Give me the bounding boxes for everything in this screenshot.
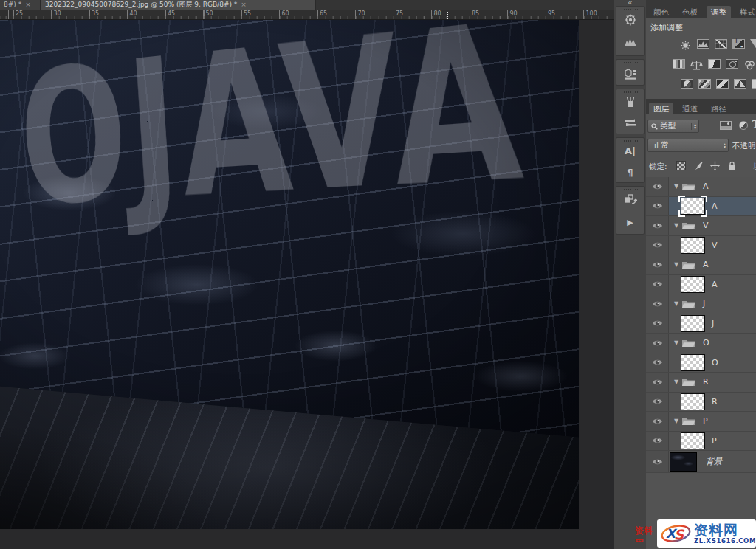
character-panel-icon[interactable]: A| xyxy=(623,143,638,158)
group-expand-icon[interactable]: ▼ xyxy=(674,418,681,424)
vibrance-icon[interactable] xyxy=(750,39,756,49)
layer-visibility-eye-icon[interactable] xyxy=(646,177,669,196)
paragraph-panel-icon[interactable]: ¶ xyxy=(623,165,638,179)
brightness-contrast-icon[interactable] xyxy=(679,39,692,49)
layer-visibility-eye-icon[interactable] xyxy=(646,255,669,274)
layer-thumbnail[interactable] xyxy=(681,354,705,371)
layer-visibility-eye-icon[interactable] xyxy=(646,412,669,431)
layer-comps-icon[interactable] xyxy=(623,192,638,207)
layer-visibility-eye-icon[interactable] xyxy=(646,334,669,353)
background-thumbnail[interactable] xyxy=(670,452,697,472)
pixel-layers-filter-icon[interactable] xyxy=(720,121,732,130)
group-expand-icon[interactable]: ▼ xyxy=(674,222,681,229)
tab-色板[interactable]: 色板 xyxy=(678,6,702,18)
group-name[interactable]: O xyxy=(703,338,709,348)
layer-row[interactable]: J xyxy=(646,314,756,334)
invert-icon[interactable] xyxy=(681,79,693,89)
selective-color-icon[interactable] xyxy=(752,79,756,89)
posterize-icon[interactable] xyxy=(698,79,711,89)
histogram-icon[interactable] xyxy=(623,35,638,49)
hue-saturation-icon[interactable] xyxy=(673,59,685,69)
gradient-map-icon[interactable] xyxy=(734,79,746,89)
group-expand-icon[interactable]: ▼ xyxy=(674,300,681,307)
layer-name[interactable]: A xyxy=(712,201,718,211)
layer-visibility-eye-icon[interactable] xyxy=(646,216,669,235)
lock-image-pixels-icon[interactable] xyxy=(693,160,703,170)
layer-visibility-eye-icon[interactable] xyxy=(646,314,669,334)
adjustment-layers-filter-icon[interactable] xyxy=(739,121,748,130)
group-expand-icon[interactable]: ▼ xyxy=(674,379,681,385)
layer-group-row[interactable]: ▼A xyxy=(646,177,756,197)
brush-presets-icon[interactable] xyxy=(623,94,638,109)
tab-图层[interactable]: 图层 xyxy=(649,103,673,114)
layer-group-row[interactable]: ▼O xyxy=(646,334,756,353)
group-expand-icon[interactable]: ▼ xyxy=(674,261,681,268)
document-tab-active[interactable]: 3202322_090450078629_2.jpg @ 50% (图层 9, … xyxy=(41,0,316,10)
group-expand-icon[interactable]: ▼ xyxy=(674,183,681,190)
layer-visibility-eye-icon[interactable] xyxy=(646,294,669,314)
tab-通道[interactable]: 通道 xyxy=(678,103,702,114)
layer-visibility-eye-icon[interactable] xyxy=(646,275,669,294)
close-tab-icon[interactable]: × xyxy=(241,1,247,8)
group-name[interactable]: P xyxy=(703,416,708,426)
document-canvas[interactable]: OJAVA xyxy=(0,20,579,529)
lock-transparent-pixels-icon[interactable] xyxy=(676,160,686,170)
tab-调整[interactable]: 调整 xyxy=(707,6,731,18)
layer-group-row[interactable]: ▼J xyxy=(646,294,756,314)
layer-name[interactable]: P xyxy=(712,436,717,446)
background-layer-name[interactable]: 背景 xyxy=(706,456,722,467)
lock-position-icon[interactable] xyxy=(709,160,720,170)
layer-visibility-eye-icon[interactable] xyxy=(646,236,669,255)
layer-visibility-eye-icon[interactable] xyxy=(646,432,669,451)
layer-name[interactable]: A xyxy=(712,280,718,289)
levels-icon[interactable] xyxy=(697,39,709,49)
tab-路径[interactable]: 路径 xyxy=(707,103,731,114)
black-white-icon[interactable] xyxy=(708,59,721,69)
layer-visibility-eye-icon[interactable] xyxy=(646,373,669,392)
group-name[interactable]: A xyxy=(703,260,709,269)
close-tab-icon[interactable]: × xyxy=(25,1,31,8)
color-balance-icon[interactable] xyxy=(690,59,703,69)
type-layers-filter-icon[interactable]: T xyxy=(752,119,756,130)
layer-thumbnail[interactable] xyxy=(681,237,705,254)
layer-name[interactable]: V xyxy=(712,241,718,250)
tab-颜色[interactable]: 颜色 xyxy=(649,6,673,18)
group-expand-icon[interactable]: ▼ xyxy=(674,339,681,346)
exposure-icon[interactable] xyxy=(732,39,745,49)
layer-group-row[interactable]: ▼P xyxy=(646,412,756,432)
layer-row[interactable]: R xyxy=(646,393,756,412)
layer-row[interactable]: P xyxy=(646,432,756,452)
layer-row[interactable]: A xyxy=(646,275,756,295)
channel-mixer-icon[interactable] xyxy=(743,59,756,69)
layer-thumbnail[interactable] xyxy=(681,432,705,449)
layer-name[interactable]: J xyxy=(712,319,714,328)
layer-thumbnail[interactable] xyxy=(681,198,705,215)
color-wheel-icon[interactable] xyxy=(623,13,638,27)
curves-icon[interactable] xyxy=(715,39,727,49)
group-name[interactable]: J xyxy=(703,299,705,308)
layer-group-row[interactable]: ▼R xyxy=(646,373,756,393)
layer-filter-select[interactable]: 类型 ▴▾ xyxy=(647,120,699,133)
actions-play-icon[interactable]: ▶ xyxy=(623,215,638,229)
tab-样式[interactable]: 样式 xyxy=(735,6,756,18)
threshold-icon[interactable] xyxy=(716,79,729,89)
layer-row[interactable]: O xyxy=(646,353,756,373)
photo-filter-icon[interactable] xyxy=(726,59,738,69)
layer-thumbnail[interactable] xyxy=(681,276,705,293)
layer-row[interactable]: V xyxy=(646,236,756,256)
blend-mode-select[interactable]: 正常 ▴▾ xyxy=(647,139,729,152)
layer-name[interactable]: R xyxy=(712,397,718,407)
layer-row[interactable]: A xyxy=(646,197,756,217)
layer-thumbnail[interactable] xyxy=(681,393,705,410)
background-layer-row[interactable]: 背景 xyxy=(646,451,756,473)
document-tab-background[interactable]: 8#) *× xyxy=(0,0,41,10)
layer-visibility-eye-icon[interactable] xyxy=(646,353,669,373)
lock-all-icon[interactable] xyxy=(726,160,737,170)
layer-visibility-eye-icon[interactable] xyxy=(646,451,669,472)
layer-visibility-eye-icon[interactable] xyxy=(646,393,669,412)
layer-group-row[interactable]: ▼A xyxy=(646,255,756,275)
layer-group-row[interactable]: ▼V xyxy=(646,216,756,236)
layer-visibility-eye-icon[interactable] xyxy=(646,197,669,216)
layer-thumbnail[interactable] xyxy=(681,315,705,332)
group-name[interactable]: R xyxy=(703,377,709,387)
